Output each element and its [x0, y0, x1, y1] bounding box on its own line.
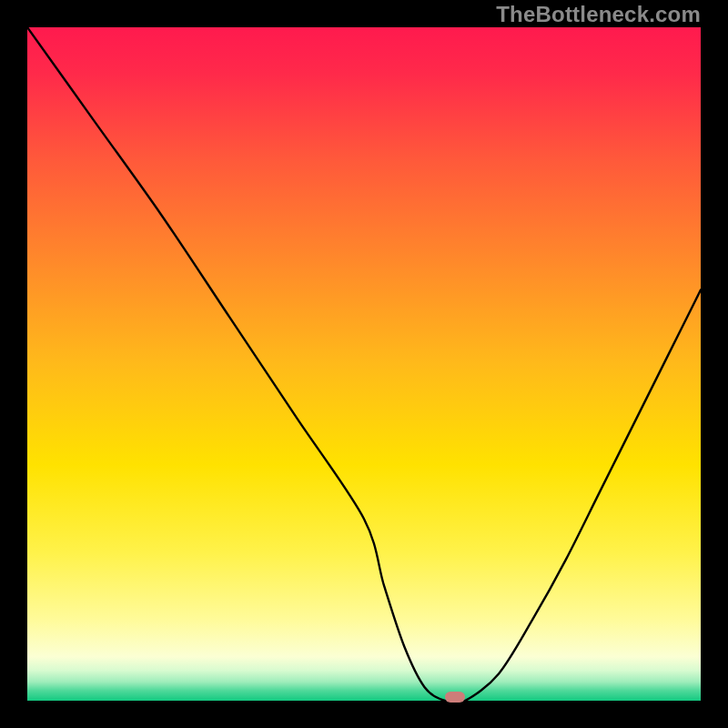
gradient-background — [27, 27, 701, 701]
chart-svg — [27, 27, 701, 701]
plot-area — [27, 27, 701, 701]
optimal-marker — [445, 692, 465, 703]
watermark-text: TheBottleneck.com — [496, 2, 701, 27]
